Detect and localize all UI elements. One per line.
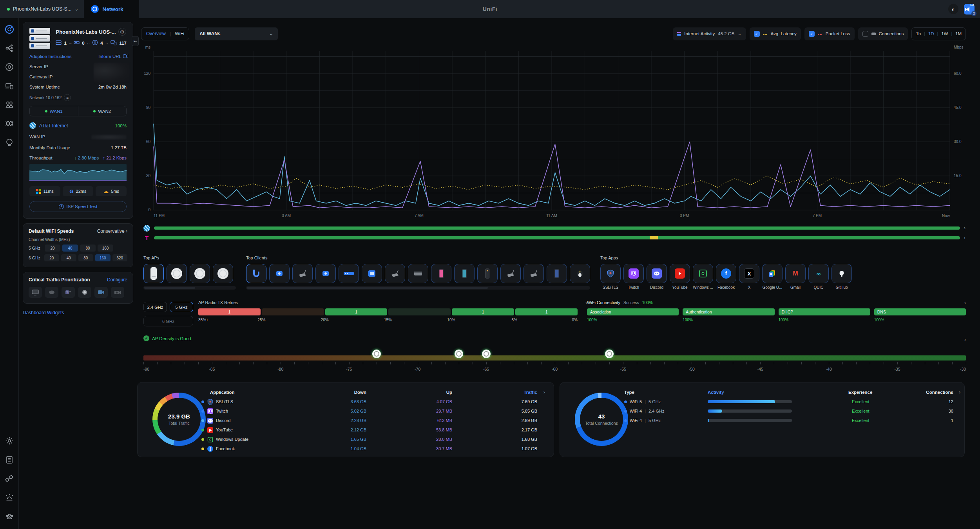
band-button-2.4GHz[interactable]: 2.4 GHz	[143, 302, 167, 312]
sidebar-item-alerts[interactable]	[4, 491, 15, 503]
collapse-panel-handle[interactable]: ⇤	[132, 36, 139, 46]
ap-tile[interactable]	[190, 264, 210, 283]
width-chip-40[interactable]: 40	[62, 245, 78, 252]
toggle-connections[interactable]: Connections	[858, 27, 908, 40]
ap-marker[interactable]	[372, 350, 381, 360]
client-tile-console-gray[interactable]	[408, 264, 428, 283]
ap-tile[interactable]	[167, 264, 187, 283]
ap-tile[interactable]	[143, 264, 164, 283]
clients-scrollbar[interactable]	[246, 286, 590, 290]
top-app-ssl[interactable]: SSL/TLS	[600, 264, 621, 290]
chevron-right-icon[interactable]: ›	[964, 300, 966, 306]
internet-activity-selector[interactable]: Internet Activity 45.2 GB ⌄	[673, 27, 746, 40]
app-tile[interactable]	[670, 264, 690, 283]
chevron-right-icon[interactable]: ›	[543, 389, 545, 395]
tab-network[interactable]: Network	[84, 0, 139, 18]
dashboard-widgets-link[interactable]: Dashboard Widgets	[23, 310, 133, 315]
sidebar-item-integrations[interactable]	[4, 473, 15, 484]
range-1D[interactable]: 1D	[928, 31, 934, 36]
width-chip-80[interactable]: 80	[80, 245, 96, 252]
scroll-thumb[interactable]	[144, 287, 195, 289]
client-tile-phone-blue[interactable]	[547, 264, 567, 283]
ap-tile[interactable]	[213, 264, 233, 283]
checkbox-icon[interactable]: ✓	[754, 31, 760, 37]
top-app-youtube[interactable]: YouTube	[670, 264, 690, 290]
col-activity[interactable]: Activity	[708, 390, 724, 395]
range-1h[interactable]: 1h	[916, 31, 921, 36]
chevron-right-icon[interactable]: ›	[964, 235, 966, 241]
width-chip-80[interactable]: 80	[78, 254, 93, 261]
top-app-twitch[interactable]: Twitch	[623, 264, 644, 290]
app-tile[interactable]: X	[739, 264, 759, 283]
range-1W[interactable]: 1W	[941, 31, 948, 36]
adoption-instructions-link[interactable]: Adoption Instructions	[29, 54, 71, 59]
client-tile-nvr-blue[interactable]	[362, 264, 382, 283]
toggle-packet-loss[interactable]: ✓Packet Loss	[804, 27, 855, 40]
ap-scrollbar[interactable]	[143, 286, 236, 290]
theme-toggle-icon[interactable]: ◐	[948, 4, 958, 14]
client-tile-cam-blue[interactable]	[269, 264, 290, 283]
width-chip-160[interactable]: 160	[98, 245, 113, 252]
sidebar-item-hotspot[interactable]	[4, 136, 15, 148]
client-tile-phone-pink[interactable]	[431, 264, 451, 283]
configure-link[interactable]: Configure	[107, 277, 127, 283]
sidebar-item-settings[interactable]	[4, 435, 15, 447]
view-tab-overview[interactable]: Overview	[146, 31, 166, 36]
band-button-5GHz[interactable]: 5 GHz	[170, 302, 193, 312]
wan-select[interactable]: All WANs ⌄	[195, 27, 278, 40]
app-tile[interactable]	[623, 264, 644, 283]
app-tile[interactable]	[647, 264, 667, 283]
col-traffic[interactable]: Traffic	[524, 390, 537, 395]
client-tile-tux[interactable]	[570, 264, 590, 283]
app-tile[interactable]: ∞	[808, 264, 829, 283]
isp-speed-test-button[interactable]: ISP Speed Test	[29, 201, 127, 212]
app-tile[interactable]	[600, 264, 621, 283]
copy-icon[interactable]	[123, 54, 127, 58]
app-tile[interactable]: M	[785, 264, 806, 283]
org-selector[interactable]: PhoenixNet-Labs UOS-S... ⌄	[0, 0, 84, 18]
width-chip-20[interactable]: 20	[44, 254, 59, 261]
scroll-thumb[interactable]	[247, 287, 488, 289]
top-app-google[interactable]: Google U...	[762, 264, 783, 290]
ap-marker[interactable]	[482, 350, 491, 360]
chevron-right-icon[interactable]: ›	[964, 225, 966, 231]
client-tile-cam-blue[interactable]	[315, 264, 336, 283]
checkbox-icon[interactable]: ✓	[809, 31, 815, 37]
top-app-windows-update[interactable]: Windows ...	[693, 264, 713, 290]
top-app-gmail[interactable]: MGmail	[785, 264, 806, 290]
top-app-facebook[interactable]: fFacebook	[716, 264, 736, 290]
chevron-right-icon[interactable]: ›	[964, 337, 966, 342]
announcements-button[interactable]: EA 2	[964, 4, 975, 14]
band-6ghz-button[interactable]: 6 GHz	[143, 316, 193, 326]
sidebar-item-client-devices[interactable]	[4, 80, 15, 92]
inform-url-link[interactable]: Inform URL	[98, 54, 121, 59]
width-chip-320[interactable]: 320	[112, 254, 127, 261]
app-tile[interactable]	[762, 264, 783, 283]
sidebar-item-topology[interactable]	[4, 42, 15, 54]
width-chip-40[interactable]: 40	[61, 254, 76, 261]
client-tile-ap-gray[interactable]	[500, 264, 521, 283]
checkbox-icon[interactable]	[862, 31, 868, 37]
toggle-avg-latency[interactable]: ✓Avg. Latency	[750, 27, 801, 40]
app-tile[interactable]	[831, 264, 852, 283]
client-tile-switch-blue[interactable]	[339, 264, 359, 283]
top-app-x[interactable]: XX	[739, 264, 759, 290]
sidebar-item-admins[interactable]	[4, 510, 15, 522]
device-settings-icon[interactable]: ⚙	[118, 28, 126, 36]
internet-activity-chart[interactable]: ms0306090120Mbps15.030.045.060.011 PM3 A…	[139, 44, 970, 222]
sidebar-item-unifi-devices[interactable]	[4, 61, 15, 73]
sidebar-item-insights[interactable]	[4, 118, 15, 129]
top-app-quic[interactable]: ∞QUIC	[808, 264, 829, 290]
isp-name[interactable]: AT&T Internet	[39, 123, 112, 129]
range-1M[interactable]: 1M	[955, 31, 962, 36]
client-tile-ap-gray[interactable]	[292, 264, 313, 283]
chevron-right-icon[interactable]: ›	[959, 389, 960, 395]
wifi-speeds-mode[interactable]: Conservative ›	[97, 228, 127, 234]
sidebar-item-dashboard[interactable]	[4, 24, 15, 35]
sidebar-item-people[interactable]	[4, 99, 15, 111]
top-app-discord[interactable]: Discord	[647, 264, 667, 290]
width-chip-20[interactable]: 20	[45, 245, 60, 252]
sidebar-item-logs[interactable]	[4, 454, 15, 466]
width-chip-160[interactable]: 160	[95, 254, 110, 261]
wan-tab-wan1[interactable]: WAN1	[30, 106, 78, 116]
